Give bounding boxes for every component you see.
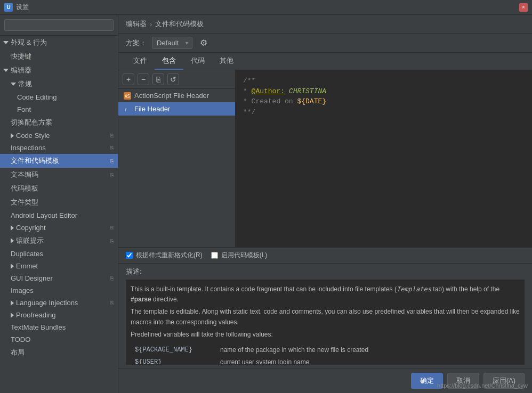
bottom-area: 根据样式重新格式化(R) 启用代码模板(L) 描述: This is a bui… [118,247,532,368]
sidebar-item-duplicates[interactable]: Duplicates [0,248,118,260]
var-desc-2: current user system login name [216,356,520,365]
tab-files[interactable]: 文件 [126,53,155,70]
sidebar-item-label: Duplicates [11,250,43,258]
code-line-2: * @Author: CHRISTINA [243,86,525,97]
schema-icon: ⎘ [110,300,114,306]
sidebar-item-shortcuts[interactable]: 快捷键 [0,50,118,63]
schema-icon: ⎘ [110,145,114,151]
sidebar-item-inlay-hints[interactable]: 镶嵌提示 ⎘ [0,234,118,248]
svg-text:F: F [125,108,127,112]
sidebar-item-label: 常规 [18,79,32,89]
gear-button[interactable]: ⚙ [198,37,209,49]
tab-includes[interactable]: 包含 [155,53,183,70]
sidebar-item-label: 文件类型 [11,198,38,207]
sidebar-item-code-style[interactable]: Code Style ⎘ [0,129,118,142]
sidebar-item-language-injections[interactable]: Language Injections ⎘ [0,297,118,309]
add-template-button[interactable]: + [123,73,134,85]
sidebar-item-font[interactable]: Font [0,103,118,116]
sidebar-item-todo[interactable]: TODO [0,333,118,346]
enable-template-checkbox[interactable] [211,252,218,259]
code-editor[interactable]: /** * @Author: CHRISTINA * Created on ${… [236,70,532,247]
sidebar-item-textmate-bundles[interactable]: TextMate Bundles [0,321,118,333]
breadcrumb-separator: › [150,20,152,28]
sidebar-item-color-scheme[interactable]: 切换配色方案 [0,116,118,129]
sidebar-search-container [0,15,118,36]
template-item-actionscript[interactable]: AS ActionScript File Header [118,89,235,102]
sidebar-item-label: Copyright [16,224,46,232]
code-line-3: * Created on ${DATE} [243,96,525,107]
template-item-label: File Header [134,105,170,113]
desc-para-2: The template is editable. Along with sta… [131,307,520,327]
close-button[interactable]: × [519,3,528,12]
sidebar-item-emmet[interactable]: Emmet [0,260,118,272]
reformat-checkbox[interactable] [126,252,133,259]
sidebar-item-images[interactable]: Images [0,284,118,297]
sidebar-item-copyright[interactable]: Copyright ⎘ [0,222,118,234]
sidebar-item-label: 镶嵌提示 [16,236,44,245]
sidebar-item-code-editing[interactable]: Code Editing [0,91,118,103]
sidebar-item-inspections[interactable]: Inspections ⎘ [0,142,118,154]
var-name-2: ${USER} [131,356,216,365]
sidebar-item-proofreading[interactable]: Proofreading [0,309,118,321]
breadcrumb: 编辑器 › 文件和代码模板 [118,15,532,34]
dialog-footer: 确定 取消 应用(A) [118,368,532,393]
sidebar-item-label: 快捷键 [11,52,31,61]
tab-other[interactable]: 其他 [212,53,241,70]
confirm-button[interactable]: 确定 [411,373,443,389]
var-desc-1: name of the package in which the new fil… [216,344,520,356]
schema-icon: ⎘ [110,238,114,244]
var-name-1: ${PACKAGE_NAME} [131,344,216,356]
sidebar-item-label: TODO [11,335,30,343]
sidebar-item-file-types[interactable]: 文件类型 [0,195,118,209]
scheme-select[interactable]: Default [152,37,192,49]
sidebar-item-android-layout-editor[interactable]: Android Layout Editor [0,209,118,222]
template-items: AS ActionScript File Header F [118,89,235,247]
remove-template-button[interactable]: − [138,73,149,85]
cancel-button[interactable]: 取消 [447,373,479,389]
schema-icon: ⎘ [110,133,114,138]
sidebar-item-gui-designer[interactable]: GUI Designer ⎘ [0,272,118,284]
file-icon-file: F [124,105,131,113]
sidebar-item-file-templates[interactable]: 文件和代码模板 ⎘ [0,154,118,168]
code-line-1: /** [243,76,525,86]
sidebar-item-layout[interactable]: 布局 [0,346,118,359]
template-item-file-header[interactable]: F File Header [118,102,235,116]
reset-template-button[interactable]: ↺ [167,73,179,85]
table-row: ${USER} current user system login name [131,356,520,365]
sidebar-item-label: Code Editing [17,93,57,101]
scheme-wrapper: Default [152,37,192,49]
file-icon-as: AS [124,92,131,100]
sidebar-item-label: 布局 [11,348,25,357]
sidebar-item-live-templates[interactable]: 代码模板 [0,182,118,195]
tab-code[interactable]: 代码 [183,53,212,70]
template-area: + − ⎘ ↺ AS Act [118,70,532,247]
template-item-label: ActionScript File Header [134,92,209,100]
enable-template-checkbox-label[interactable]: 启用代码模板(L) [211,251,268,260]
sidebar-item-label: 文件和代码模板 [11,156,59,166]
breadcrumb-part1: 编辑器 [126,19,147,29]
dialog-body: 外观 & 行为 快捷键 编辑器 常规 Code Editing Font 切换配… [0,15,532,393]
desc-para-1: This is a built-in template. It contains… [131,284,520,305]
sidebar-item-appearance[interactable]: 外观 & 行为 [0,36,118,50]
scheme-toolbar: 方案： Default ⚙ [118,34,532,53]
sidebar-item-general[interactable]: 常规 [0,77,118,91]
svg-text:AS: AS [125,94,130,99]
sidebar-item-label: Code Style [16,132,50,140]
titlebar-controls: × [519,3,528,12]
sidebar-item-label: TextMate Bundles [11,323,66,331]
search-input[interactable] [4,19,114,31]
sidebar-item-label: 代码模板 [11,184,38,193]
sidebar-item-label: GUI Designer [11,274,53,282]
checkbox-row: 根据样式重新格式化(R) 启用代码模板(L) [118,248,532,264]
copy-template-button[interactable]: ⎘ [152,73,164,85]
sidebar-item-text-encoding[interactable]: 文本编码 ⎘ [0,168,118,182]
apply-button[interactable]: 应用(A) [483,373,525,389]
sidebar-item-editor[interactable]: 编辑器 [0,63,118,77]
titlebar-title: 设置 [16,3,29,12]
description-title: 描述: [126,267,525,276]
expand-icon [11,225,14,231]
schema-icon: ⎘ [110,275,114,281]
reformat-checkbox-label[interactable]: 根据样式重新格式化(R) [126,251,203,260]
template-toolbar: + − ⎘ ↺ [118,70,235,89]
desc-parse-directive: #parse [131,296,151,303]
